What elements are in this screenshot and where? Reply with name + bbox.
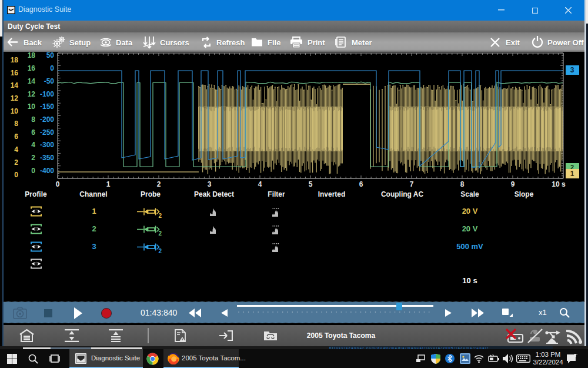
svg-text:8: 8 — [31, 115, 35, 124]
svg-text:-400: -400 — [40, 167, 54, 175]
svg-text:2: 2 — [14, 158, 18, 167]
svg-text:12: 12 — [28, 90, 36, 98]
svg-text:18: 18 — [28, 52, 36, 59]
svg-text:4: 4 — [14, 145, 18, 154]
svg-text:8: 8 — [14, 120, 18, 128]
svg-text:0: 0 — [31, 167, 35, 175]
svg-text:3: 3 — [570, 66, 574, 74]
svg-text:-100: -100 — [40, 90, 54, 98]
svg-text:1: 1 — [570, 170, 574, 178]
svg-text:0: 0 — [56, 180, 60, 188]
svg-text:3: 3 — [208, 180, 212, 188]
svg-text:-300: -300 — [40, 141, 54, 149]
svg-text:2: 2 — [31, 154, 35, 162]
svg-text:50: 50 — [46, 52, 55, 59]
svg-text:6: 6 — [14, 132, 18, 141]
svg-text:14: 14 — [11, 81, 19, 89]
svg-text:10: 10 — [11, 107, 19, 115]
svg-text:18: 18 — [11, 56, 19, 64]
svg-text:9: 9 — [511, 180, 515, 188]
svg-text:10 s: 10 s — [552, 180, 566, 188]
svg-text:-150: -150 — [40, 102, 54, 111]
svg-text:4: 4 — [258, 180, 262, 188]
svg-text:6: 6 — [31, 128, 35, 137]
svg-text:0: 0 — [14, 171, 18, 179]
svg-text:16: 16 — [28, 64, 36, 72]
svg-text:-50: -50 — [44, 77, 55, 85]
svg-text:5: 5 — [309, 180, 313, 188]
svg-text:16: 16 — [11, 69, 19, 77]
svg-text:-250: -250 — [40, 128, 54, 137]
svg-text:10: 10 — [28, 102, 36, 111]
svg-text:12: 12 — [11, 94, 19, 102]
svg-text:8: 8 — [460, 180, 465, 188]
svg-text:4: 4 — [31, 141, 35, 149]
svg-text:2: 2 — [157, 180, 161, 188]
svg-text:6: 6 — [359, 180, 363, 188]
svg-text:-200: -200 — [40, 115, 54, 124]
svg-text:0: 0 — [50, 64, 54, 72]
svg-text:7: 7 — [410, 180, 414, 188]
svg-text:2: 2 — [159, 213, 162, 218]
svg-text:1: 1 — [106, 180, 111, 188]
svg-text:2: 2 — [159, 230, 162, 236]
svg-text:2: 2 — [159, 248, 162, 254]
svg-text:-350: -350 — [40, 154, 54, 162]
svg-text:14: 14 — [28, 77, 36, 85]
